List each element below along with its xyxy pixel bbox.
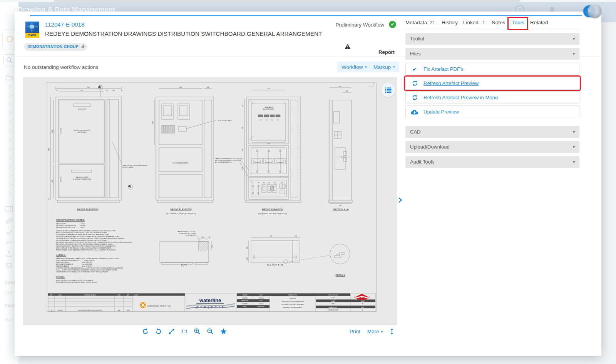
warning-icon [345, 43, 351, 49]
expand-panel-chevron-icon[interactable] [398, 197, 402, 203]
sidebar-tree-chevron[interactable] [7, 93, 11, 97]
svg-text:Q2: Q2 [268, 182, 270, 184]
svg-text:530: 530 [268, 88, 270, 90]
zoom-ratio-button[interactable]: 1:1 [181, 329, 188, 334]
tool-refresh-artefact-preview[interactable]: Refresh Artefact Preview [405, 77, 579, 90]
rotate-left-icon[interactable] [142, 328, 149, 335]
svg-text:DRAWING TITLE: DRAWING TITLE [288, 294, 298, 296]
more-button[interactable]: More▾ [367, 329, 383, 334]
tool-fix-artefact-pdfs[interactable]: ✔ Fix Artefact PDF's [405, 63, 579, 75]
tab-linked[interactable]: Linked [463, 17, 479, 30]
svg-text:A: A [100, 87, 101, 89]
sidebar-tree-chevron[interactable] [7, 155, 11, 160]
tool-update-preview[interactable]: Update Preview [405, 105, 579, 118]
panel-icon[interactable] [5, 206, 13, 212]
svg-text:370: 370 [242, 127, 243, 129]
svg-text:FOR DEMONSTRATION PURPOSES ONL: FOR DEMONSTRATION PURPOSES ONLY [78, 310, 102, 311]
svg-text:A: A [51, 310, 52, 311]
svg-text:L3: L3 [271, 119, 273, 121]
svg-text:ISOLATION LINKS: ISOLATION LINKS [218, 120, 232, 122]
markup-button[interactable]: Markup▾ [369, 62, 399, 72]
svg-text:Q3: Q3 [274, 182, 276, 184]
chevron-down-icon: ▾ [573, 156, 575, 168]
sidebar-tree-chevron[interactable] [7, 174, 11, 178]
svg-text:DETAIL 1: DETAIL 1 [335, 274, 345, 276]
workflow-button[interactable]: Workflow▾ [337, 62, 371, 72]
svg-text:SUPPLY AUTHORITYMETERING: SUPPLY AUTHORITYMETERING [74, 129, 90, 133]
preview-pages-list-button[interactable] [381, 83, 395, 97]
section-audit-tools[interactable]: Audit Tools▾ [405, 156, 579, 168]
sidebar-tree-chevron[interactable] [7, 120, 11, 124]
drawing-annotations: FRONT ELEVATIONFRONT ELEVATION(EXTERNAL … [48, 86, 365, 311]
sidebar-tree-chevron[interactable] [7, 102, 11, 106]
sidebar-search-input[interactable] [3, 54, 15, 66]
tab-notes[interactable]: Notes [492, 17, 505, 30]
ruler-icon[interactable] [5, 217, 13, 224]
drawing-preview-canvas[interactable]: FRONT ELEVATIONFRONT ELEVATION(EXTERNAL … [23, 77, 397, 325]
sidebar-tree-chevron[interactable] [7, 191, 11, 195]
section-cad[interactable]: CAD▾ [405, 126, 579, 138]
zoom-out-icon[interactable] [207, 328, 214, 335]
list-icon [385, 87, 392, 93]
section-toolkit[interactable]: Toolkit▾ [405, 33, 579, 45]
inbox-tray-icon[interactable] [5, 262, 13, 268]
chevron-down-icon: ▾ [381, 330, 383, 334]
section-files[interactable]: Files▾ [405, 48, 579, 60]
svg-text:ENCLOSURE & EXTERNAL DOORS - X: ENCLOSURE & EXTERNAL DOORS - X15 ORANGEI… [56, 279, 97, 283]
user-avatar[interactable] [588, 4, 602, 18]
svg-text:730: 730 [270, 235, 272, 237]
sidebar-tree-chevron[interactable] [7, 138, 11, 142]
svg-text:CLIENT: CLIENT [134, 294, 138, 296]
svg-text:FAULT LEVEL: FAULT LEVEL - 20kADEGREE of SEGREGATION … [56, 223, 87, 229]
svg-text:112047: 112047 [331, 297, 335, 299]
svg-text:CABLE ENTRY CUT-OUTWITH VINLON: CABLE ENTRY CUT-OUTWITH VINLON COVER(TOP… [177, 230, 196, 236]
zoom-in-icon[interactable] [194, 328, 201, 335]
page: ⚙ Drawing & Data Management ? [0, 0, 616, 364]
svg-text:250: 250 [242, 149, 243, 151]
tab-history[interactable]: History [442, 17, 458, 30]
technical-drawing: FRONT ELEVATIONFRONT ELEVATION(EXTERNAL … [46, 82, 377, 312]
sidebar-tree-chevron[interactable] [7, 111, 11, 115]
svg-text:590: 590 [52, 180, 53, 182]
sidebar-tree-chevron[interactable] [7, 129, 11, 133]
tag-chip[interactable]: DEMONSTRATION GROUP × [24, 43, 87, 51]
section-upload-download[interactable]: Upload/Download▾ [405, 141, 579, 153]
rotate-right-icon[interactable] [155, 328, 162, 335]
add-tag-button[interactable]: + [82, 42, 85, 50]
tab-tools[interactable]: Tools [512, 17, 524, 30]
document-number-link[interactable]: 112047-E-0018 [45, 21, 84, 28]
tab-metadata[interactable]: Metadata [405, 17, 427, 30]
svg-text:DRAWING NO.: DRAWING NO. [329, 307, 337, 308]
sidebar-tree-chevron[interactable] [7, 165, 11, 169]
sidebar-tree-chevron[interactable] [7, 147, 11, 151]
fit-expand-icon[interactable] [168, 328, 175, 335]
dwg-file-icon[interactable]: DWG [25, 22, 39, 38]
document-title: REDEYE DEMONSTRATION DRAWINGS DISTRIBUTI… [45, 30, 322, 37]
svg-text:DRAWN: DRAWN [243, 294, 248, 296]
report-button[interactable]: Report [345, 43, 395, 55]
tab-related[interactable]: Related [530, 17, 548, 30]
document-modal: × DWG 112047-E-0018 REDEYE DEMONSTRATION… [15, 12, 601, 356]
favourite-star-icon[interactable] [220, 328, 227, 335]
sidebar-tree-chevron[interactable] [7, 84, 11, 88]
trend-chart-icon[interactable] [5, 240, 13, 245]
background-card [2, 29, 15, 50]
print-button[interactable]: Print [350, 329, 360, 334]
check-icon[interactable] [5, 229, 13, 235]
svg-text:SHEET: SHEET [361, 301, 365, 302]
folder-icon[interactable] [5, 74, 13, 80]
svg-text:G.BURBY: G.BURBY [242, 297, 248, 299]
svg-text:REV: REV [362, 307, 364, 308]
upload-icon[interactable] [5, 250, 13, 257]
scroll-updown-icon[interactable] [390, 328, 394, 335]
svg-text:180: 180 [112, 90, 115, 92]
tag-label: DEMONSTRATION GROUP [27, 45, 79, 49]
svg-text:SECTION B - B: SECTION B - B [267, 264, 283, 266]
svg-text:DEMONSTRATION DRAWINGS: DEMONSTRATION DRAWINGS [281, 301, 304, 302]
report-label: Report [378, 49, 395, 55]
tool-refresh-artefact-preview-mono[interactable]: Refresh Artefact Preview in Mono [405, 91, 579, 104]
cloud-upload-icon [406, 109, 424, 115]
sidebar-tree-chevron[interactable] [7, 182, 11, 187]
svg-text:Q1: Q1 [263, 182, 265, 184]
svg-text:20: 20 [209, 237, 210, 238]
